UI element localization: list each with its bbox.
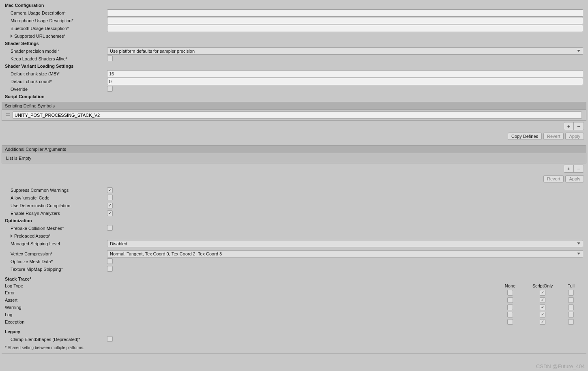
input-microphone-usage[interactable]	[107, 17, 583, 24]
stacktrace-row-label: Log	[5, 312, 494, 317]
apply-defines-button[interactable]: Apply	[565, 133, 584, 140]
label-keep-shaders-alive: Keep Loaded Shaders Alive*	[2, 56, 107, 61]
section-shader-variant: Shader Variant Loading Settings	[2, 62, 586, 70]
checkbox-allow-unsafe[interactable]	[107, 195, 113, 200]
input-camera-usage[interactable]	[107, 9, 583, 17]
checkbox-exception-none[interactable]	[507, 319, 513, 325]
checkbox-roslyn[interactable]	[107, 210, 113, 216]
label-prebake: Prebake Collision Meshes*	[2, 226, 107, 231]
label-microphone-usage: Microphone Usage Description*	[2, 18, 107, 23]
checkbox-error-scriptonly[interactable]	[540, 290, 545, 296]
section-script-compilation: Script Compilation	[2, 93, 586, 100]
stacktrace-col-logtype: Log Type	[5, 283, 494, 288]
label-override: Override	[2, 87, 107, 92]
checkbox-log-full[interactable]	[568, 312, 574, 317]
dropdown-shader-precision[interactable]: Use platform defaults for sampler precis…	[107, 47, 583, 55]
checkbox-assert-full[interactable]	[568, 297, 574, 303]
label-clamp-blendshapes: Clamp BlendShapes (Deprecated)*	[2, 337, 107, 342]
checkbox-exception-scriptonly[interactable]	[540, 319, 545, 325]
checkbox-assert-scriptonly[interactable]	[540, 297, 545, 303]
checkbox-error-none[interactable]	[507, 290, 513, 296]
checkbox-log-none[interactable]	[507, 312, 513, 317]
compiler-args-remove-button[interactable]: −	[574, 165, 584, 172]
label-url-schemes[interactable]: Supported URL schemes*	[14, 34, 66, 39]
stacktrace-col-none: None	[494, 283, 526, 288]
checkbox-assert-none[interactable]	[507, 297, 513, 303]
drag-handle-icon[interactable]	[6, 113, 10, 117]
label-allow-unsafe: Allow 'unsafe' Code	[2, 195, 107, 200]
apply-compiler-args-button[interactable]: Apply	[565, 175, 584, 182]
stacktrace-row-label: Assert	[5, 298, 494, 302]
label-optimize-mesh: Optimize Mesh Data*	[2, 259, 107, 264]
checkbox-keep-shaders-alive[interactable]	[107, 56, 113, 61]
compiler-args-add-button[interactable]: +	[564, 165, 574, 172]
dropdown-stripping-level[interactable]: Disabled	[107, 240, 583, 247]
label-suppress-warnings: Suppress Common Warnings	[2, 188, 107, 193]
chevron-down-icon	[577, 242, 580, 244]
define-symbol-input[interactable]	[13, 112, 582, 119]
stacktrace-row-exception: Exception	[2, 318, 586, 326]
input-bluetooth-usage[interactable]	[107, 25, 583, 32]
checkbox-deterministic[interactable]	[107, 203, 113, 208]
label-mipmap-stripping: Texture MipMap Stripping*	[2, 267, 107, 272]
checkbox-error-full[interactable]	[568, 290, 574, 296]
label-bluetooth-usage: Bluetooth Usage Description*	[2, 26, 107, 31]
foldout-url-schemes-icon[interactable]	[11, 34, 13, 38]
label-stripping-level: Managed Stripping Level	[2, 241, 107, 246]
checkbox-warning-full[interactable]	[568, 305, 574, 310]
define-add-button[interactable]: +	[564, 122, 574, 130]
scripting-define-symbols-list	[2, 110, 586, 121]
stacktrace-row-log: Log	[2, 311, 586, 318]
foldout-preloaded-icon[interactable]	[11, 234, 13, 238]
dropdown-vertex-compression-value: Normal, Tangent, Tex Coord 0, Tex Coord …	[110, 251, 222, 256]
section-stack-trace: Stack Trace*	[2, 275, 586, 283]
input-chunk-count[interactable]	[107, 78, 583, 85]
input-chunk-size[interactable]	[107, 70, 583, 77]
section-shader-settings: Shader Settings	[2, 40, 586, 47]
checkbox-prebake[interactable]	[107, 225, 113, 231]
chevron-down-icon	[577, 50, 580, 52]
additional-compiler-args-empty: List is Empty	[2, 153, 586, 163]
checkbox-override[interactable]	[107, 86, 113, 92]
scripting-define-symbols-header: Scripting Define Symbols	[2, 102, 586, 110]
checkbox-log-scriptonly[interactable]	[540, 312, 545, 317]
define-remove-button[interactable]: −	[574, 122, 584, 130]
checkbox-optimize-mesh[interactable]	[107, 258, 113, 264]
stacktrace-row-label: Warning	[5, 305, 494, 310]
copy-defines-button[interactable]: Copy Defines	[508, 133, 542, 140]
label-roslyn: Enable Roslyn Analyzers	[2, 211, 107, 216]
label-chunk-size: Default chunk size (MB)*	[2, 71, 107, 76]
checkbox-exception-full[interactable]	[568, 319, 574, 325]
section-mac-configuration: Mac Configuration	[2, 2, 586, 9]
stacktrace-row-label: Error	[5, 290, 494, 295]
define-symbol-row	[2, 110, 586, 120]
label-deterministic: Use Deterministic Compilation	[2, 203, 107, 208]
checkbox-warning-scriptonly[interactable]	[540, 305, 545, 310]
section-optimization: Optimization	[2, 217, 586, 224]
checkbox-suppress-warnings[interactable]	[107, 187, 113, 193]
additional-compiler-args-header: Additional Compiler Arguments	[2, 145, 586, 153]
label-chunk-count: Default chunk count*	[2, 79, 107, 84]
watermark: CSDN @Future_404	[536, 363, 585, 369]
stacktrace-row-warning: Warning	[2, 304, 586, 311]
checkbox-clamp-blendshapes[interactable]	[107, 336, 113, 342]
section-legacy: Legacy	[2, 328, 586, 335]
revert-defines-button[interactable]: Revert	[543, 133, 564, 140]
checkbox-mipmap-stripping[interactable]	[107, 266, 113, 272]
stacktrace-row-error: Error	[2, 289, 586, 296]
dropdown-shader-precision-value: Use platform defaults for sampler precis…	[110, 49, 195, 54]
label-vertex-compression: Vertex Compression*	[2, 251, 107, 256]
stacktrace-row-assert: Assert	[2, 296, 586, 304]
chevron-down-icon	[577, 253, 580, 255]
stacktrace-col-full: Full	[559, 283, 583, 288]
stacktrace-row-label: Exception	[5, 320, 494, 324]
label-shader-precision: Shader precision model*	[2, 49, 107, 54]
label-camera-usage: Camera Usage Description*	[2, 11, 107, 15]
checkbox-warning-none[interactable]	[507, 305, 513, 310]
dropdown-vertex-compression[interactable]: Normal, Tangent, Tex Coord 0, Tex Coord …	[107, 250, 583, 257]
revert-compiler-args-button[interactable]: Revert	[543, 175, 564, 182]
stacktrace-col-scriptonly: ScriptOnly	[526, 283, 559, 288]
label-preloaded-assets[interactable]: Preloaded Assets*	[14, 234, 51, 238]
shared-setting-footnote: * Shared setting between multiple platfo…	[2, 343, 586, 352]
dropdown-stripping-level-value: Disabled	[110, 241, 127, 246]
